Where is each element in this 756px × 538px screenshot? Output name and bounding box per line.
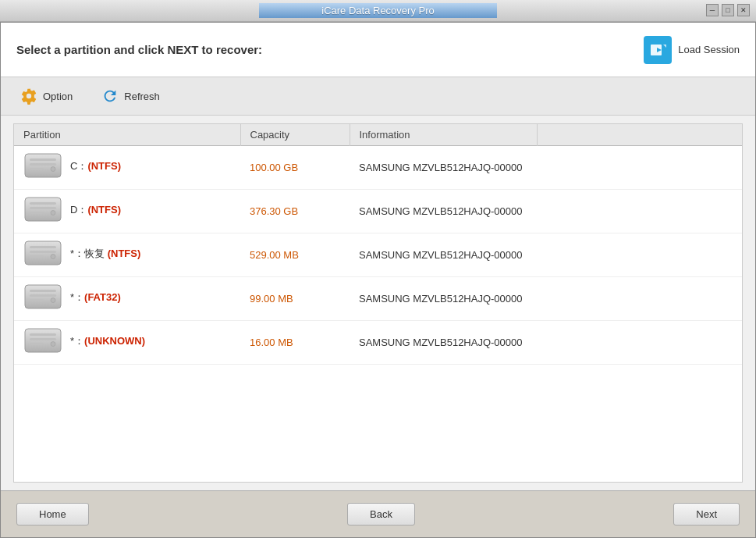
svg-rect-9 — [30, 212, 44, 214]
table-header-row: Partition Capacity Information — [14, 124, 742, 146]
capacity-value: 100.00 GB — [250, 162, 298, 173]
table-row[interactable]: C：(NTFS) 100.00 GBSAMSUNG MZVLB512HAJQ-0… — [14, 146, 742, 190]
partition-prefix: *： — [70, 291, 84, 303]
close-button[interactable]: ✕ — [737, 4, 750, 16]
next-button[interactable]: Next — [673, 503, 740, 526]
minimize-button[interactable]: ─ — [706, 4, 719, 16]
refresh-icon — [101, 87, 119, 105]
partition-cell: *：(FAT32) — [14, 277, 240, 321]
capacity-cell: 16.00 MB — [240, 321, 350, 365]
partition-prefix: *： — [70, 335, 84, 347]
footer: Home Back Next — [1, 490, 755, 537]
svg-rect-2 — [30, 159, 56, 161]
partition-cell: D：(NTFS) — [14, 190, 240, 233]
partition-table: Partition Capacity Information — [14, 124, 742, 365]
capacity-cell: 529.00 MB — [240, 233, 350, 277]
header-area: Select a partition and click NEXT to rec… — [1, 23, 755, 77]
info-value: SAMSUNG MZVLB512HAJQ-00000 — [359, 293, 523, 305]
partition-fs: (NTFS) — [87, 204, 121, 216]
information-cell: SAMSUNG MZVLB512HAJQ-00000 — [350, 277, 537, 321]
partition-prefix: D： — [70, 204, 87, 216]
table-row[interactable]: D：(NTFS) 376.30 GBSAMSUNG MZVLB512HAJQ-0… — [14, 190, 742, 233]
extra-cell — [537, 321, 742, 365]
svg-rect-12 — [30, 246, 56, 248]
svg-point-10 — [51, 211, 55, 216]
capacity-value: 99.00 MB — [250, 293, 293, 305]
svg-rect-24 — [30, 343, 44, 345]
drive-image — [23, 152, 62, 180]
capacity-value: 16.00 MB — [250, 337, 293, 348]
option-button[interactable]: Option — [13, 84, 79, 109]
table-row[interactable]: *：恢复 (NTFS) 529.00 MBSAMSUNG MZVLB512HAJ… — [14, 233, 742, 277]
svg-rect-8 — [30, 207, 56, 209]
svg-rect-14 — [30, 255, 44, 258]
svg-point-15 — [51, 255, 55, 259]
load-session-label: Load Session — [678, 44, 740, 55]
drive-icon-group: *：(UNKNOWN) — [23, 327, 145, 355]
information-cell: SAMSUNG MZVLB512HAJQ-00000 — [350, 321, 537, 365]
back-button[interactable]: Back — [347, 503, 415, 526]
extra-cell — [537, 146, 742, 190]
capacity-cell: 99.00 MB — [240, 277, 350, 321]
svg-point-25 — [51, 342, 55, 347]
info-value: SAMSUNG MZVLB512HAJQ-00000 — [359, 337, 523, 348]
partition-name: C：(NTFS) — [70, 159, 121, 173]
app-title: iCare Data Recovery Pro — [259, 3, 497, 18]
svg-rect-3 — [30, 163, 56, 166]
svg-rect-17 — [30, 290, 56, 292]
capacity-cell: 100.00 GB — [240, 146, 350, 190]
drive-icon-group: C：(NTFS) — [23, 152, 121, 180]
drive-icon-group: *：(FAT32) — [23, 283, 121, 312]
info-value: SAMSUNG MZVLB512HAJQ-00000 — [359, 249, 523, 261]
partition-name: *：(FAT32) — [70, 290, 121, 305]
extra-cell — [537, 233, 742, 277]
window-controls: ─ □ ✕ — [706, 4, 750, 16]
partition-name: *：(UNKNOWN) — [70, 334, 145, 348]
svg-rect-23 — [30, 338, 56, 340]
partition-fs: (NTFS) — [87, 160, 121, 172]
col-header-partition: Partition — [14, 124, 240, 146]
content-area: Partition Capacity Information — [13, 123, 743, 483]
maximize-button[interactable]: □ — [722, 4, 734, 16]
partition-fs: (NTFS) — [108, 248, 141, 259]
partition-fs: (UNKNOWN) — [84, 335, 145, 347]
extra-cell — [537, 277, 742, 321]
partition-cell: *：恢复 (NTFS) — [14, 233, 240, 277]
svg-rect-7 — [30, 202, 56, 205]
partition-prefix: *：恢复 — [70, 248, 108, 259]
information-cell: SAMSUNG MZVLB512HAJQ-00000 — [350, 190, 537, 233]
table-row[interactable]: *：(UNKNOWN) 16.00 MBSAMSUNG MZVLB512HAJQ… — [14, 321, 742, 365]
load-session-button[interactable]: Load Session — [644, 36, 740, 64]
capacity-value: 376.30 GB — [250, 205, 298, 217]
title-bar: iCare Data Recovery Pro ─ □ ✕ — [0, 0, 756, 22]
svg-rect-13 — [30, 251, 56, 253]
gear-icon — [20, 87, 38, 105]
svg-rect-22 — [30, 333, 56, 336]
partition-cell: C：(NTFS) — [14, 146, 240, 190]
col-header-capacity: Capacity — [240, 124, 350, 146]
home-button[interactable]: Home — [16, 503, 89, 526]
svg-rect-18 — [30, 294, 56, 297]
main-window: Select a partition and click NEXT to rec… — [0, 22, 756, 538]
info-value: SAMSUNG MZVLB512HAJQ-00000 — [359, 162, 523, 173]
capacity-value: 529.00 MB — [250, 249, 299, 261]
info-value: SAMSUNG MZVLB512HAJQ-00000 — [359, 205, 523, 217]
option-label: Option — [43, 91, 73, 102]
instruction-text: Select a partition and click NEXT to rec… — [16, 43, 262, 56]
load-session-icon — [644, 36, 672, 64]
drive-image — [23, 327, 62, 355]
partition-cell: *：(UNKNOWN) — [14, 321, 240, 365]
partition-name: D：(NTFS) — [70, 203, 121, 217]
table-row[interactable]: *：(FAT32) 99.00 MBSAMSUNG MZVLB512HAJQ-0… — [14, 277, 742, 321]
refresh-label: Refresh — [124, 91, 160, 102]
drive-image — [23, 196, 62, 224]
refresh-button[interactable]: Refresh — [94, 84, 166, 109]
partition-prefix: C： — [70, 160, 87, 172]
toolbar: Option Refresh — [1, 77, 755, 116]
capacity-cell: 376.30 GB — [240, 190, 350, 233]
drive-icon-group: D：(NTFS) — [23, 196, 121, 224]
svg-rect-4 — [30, 168, 44, 170]
col-header-information: Information — [350, 124, 537, 146]
drive-image — [23, 240, 62, 268]
information-cell: SAMSUNG MZVLB512HAJQ-00000 — [350, 233, 537, 277]
